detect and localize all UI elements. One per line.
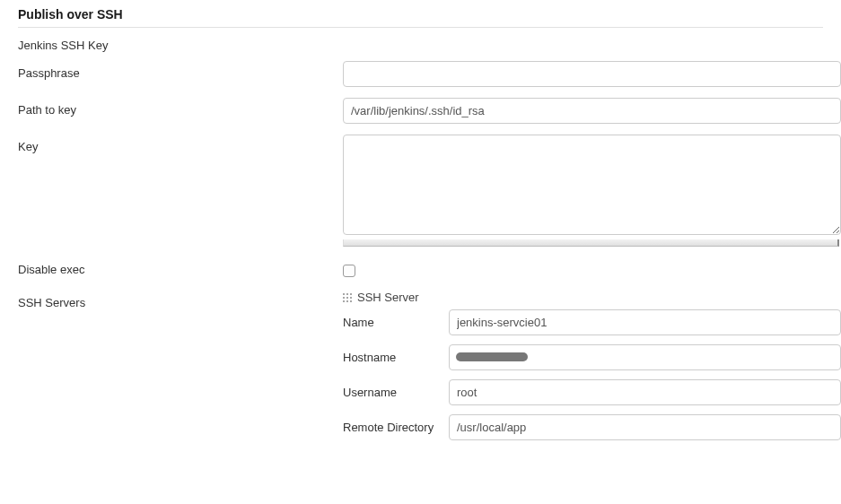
- svg-point-2: [350, 293, 352, 295]
- svg-point-4: [346, 297, 348, 299]
- ssh-servers-label: SSH Servers: [18, 291, 343, 309]
- name-label: Name: [343, 316, 449, 329]
- name-input[interactable]: [449, 309, 841, 335]
- username-row: Username: [343, 379, 841, 405]
- disable-exec-label: Disable exec: [18, 257, 343, 276]
- path-to-key-input[interactable]: [343, 98, 841, 124]
- path-to-key-row: Path to key: [0, 92, 841, 129]
- section-divider: [18, 27, 823, 28]
- remote-directory-input[interactable]: [449, 414, 841, 440]
- key-label: Key: [18, 135, 343, 153]
- key-textarea[interactable]: [343, 135, 841, 235]
- path-to-key-label: Path to key: [18, 98, 343, 117]
- textarea-resize-handle[interactable]: [343, 239, 839, 247]
- jenkins-ssh-key-label: Jenkins SSH Key: [0, 33, 841, 56]
- username-label: Username: [343, 386, 449, 399]
- svg-point-6: [343, 300, 345, 302]
- hostname-redacted: [456, 352, 528, 361]
- passphrase-row: Passphrase: [0, 56, 841, 92]
- key-row: Key: [0, 129, 841, 252]
- hostname-label: Hostname: [343, 351, 449, 364]
- ssh-server-header-label: SSH Server: [357, 291, 419, 304]
- drag-handle-icon[interactable]: [343, 293, 352, 302]
- passphrase-label: Passphrase: [18, 61, 343, 80]
- hostname-row: Hostname: [343, 344, 841, 370]
- username-input[interactable]: [449, 379, 841, 405]
- ssh-servers-row: SSH Servers SSH Server Name Hostname: [0, 285, 841, 455]
- name-row: Name: [343, 309, 841, 335]
- remote-directory-row: Remote Directory: [343, 414, 841, 440]
- passphrase-input[interactable]: [343, 61, 841, 87]
- svg-point-1: [346, 293, 348, 295]
- svg-point-3: [343, 297, 345, 299]
- svg-point-5: [350, 297, 352, 299]
- section-title: Publish over SSH: [0, 0, 841, 27]
- remote-directory-label: Remote Directory: [343, 421, 449, 434]
- disable-exec-row: Disable exec: [0, 252, 841, 285]
- svg-point-0: [343, 293, 345, 295]
- disable-exec-checkbox[interactable]: [343, 265, 355, 277]
- svg-point-7: [346, 300, 348, 302]
- ssh-server-header: SSH Server: [343, 291, 841, 304]
- svg-point-8: [350, 300, 352, 302]
